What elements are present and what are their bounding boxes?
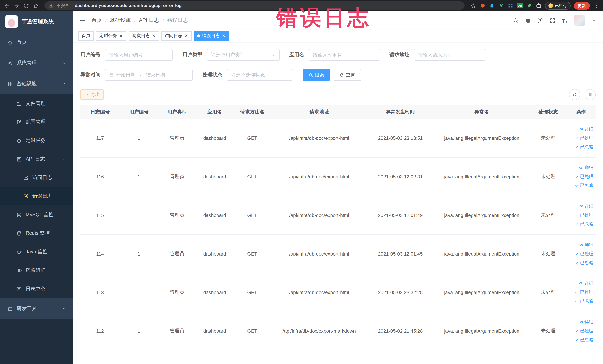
action-ignored[interactable]: 已忽略	[574, 182, 593, 188]
cell-time: 2021-05-02 23:32:28	[367, 273, 433, 312]
bookmark-star-icon[interactable]	[470, 2, 476, 9]
fullscreen-icon[interactable]	[549, 17, 556, 23]
browser-forward-icon[interactable]	[13, 2, 20, 9]
sidebar-item-log-center[interactable]: 日志中心	[0, 280, 73, 298]
extension-on-badge[interactable]: on	[517, 3, 523, 8]
action-ignored[interactable]: 已忽略	[574, 221, 593, 227]
sidebar-item-label: 基础设施	[17, 81, 58, 87]
sidebar-item-infra[interactable]: 基础设施	[0, 73, 73, 94]
action-processed[interactable]: 已处理	[574, 173, 593, 180]
address-bar[interactable]: 不安全 dashboard.yudao.iocoder.cn/infra/log…	[45, 1, 464, 10]
tab-job-log[interactable]: 调度日志	[129, 31, 159, 41]
paused-extension-badge[interactable]: 已暂停	[545, 2, 570, 10]
extension-drop-icon[interactable]	[489, 3, 495, 9]
check-icon	[574, 145, 579, 149]
browser-menu-icon[interactable]	[593, 2, 599, 9]
sidebar-item-label: 系统管理	[17, 60, 58, 66]
extension-grid-icon[interactable]	[507, 3, 513, 9]
action-ignored[interactable]: 已忽略	[574, 298, 593, 304]
search-icon[interactable]	[512, 17, 519, 23]
cell-app: dashboard	[196, 196, 233, 234]
action-detail[interactable]: 详细	[579, 319, 593, 325]
font-size-icon[interactable]: TT	[561, 17, 568, 23]
refresh-button[interactable]	[569, 89, 580, 100]
sidebar-item-label: API 日志	[26, 156, 58, 163]
sidebar-item-api-log[interactable]: API 日志	[0, 150, 73, 168]
sidebar-item-java[interactable]: Java 监控	[0, 243, 73, 261]
cell-user-id: 1	[120, 119, 158, 157]
breadcrumb-item[interactable]: API 日志	[139, 17, 159, 24]
cell-status: 未处理	[530, 157, 566, 196]
browser-update-button[interactable]: 更新	[574, 2, 590, 10]
cell-url: /api/infra/db-doc/export-markdown	[271, 312, 367, 350]
user-avatar[interactable]	[574, 15, 585, 26]
breadcrumb-item[interactable]: 基础设施	[110, 17, 131, 24]
tab-error-log[interactable]: 错误日志	[194, 31, 229, 41]
cell-user-id: 1	[120, 234, 158, 273]
process-status-select[interactable]: 请选择处理状态	[227, 69, 293, 81]
action-processed[interactable]: 已处理	[574, 135, 593, 141]
column-header-id: 日志编号	[81, 105, 120, 119]
action-processed[interactable]: 已处理	[574, 328, 593, 334]
reset-button[interactable]: 重置	[334, 69, 361, 81]
cell-app: dashboard	[196, 119, 233, 157]
action-detail[interactable]: 详细	[579, 280, 593, 286]
eye-icon	[16, 268, 22, 273]
tab-close-icon[interactable]	[152, 34, 156, 38]
action-ignored[interactable]: 已忽略	[574, 144, 593, 150]
cell-app: dashboard	[196, 273, 233, 312]
sidebar-item-error-log[interactable]: 错误日志	[0, 187, 73, 205]
app-logo[interactable]: 芋道管理系统	[0, 11, 73, 32]
action-processed[interactable]: 已处理	[574, 212, 593, 218]
extension-ball-icon[interactable]	[480, 3, 486, 9]
action-detail[interactable]: 详细	[579, 203, 593, 209]
search-button[interactable]: 搜索	[302, 69, 330, 81]
browser-home-icon[interactable]	[33, 2, 39, 9]
sidebar-item-home[interactable]: 首页	[0, 32, 73, 53]
sidebar-item-file[interactable]: 文件管理	[0, 94, 73, 113]
tab-job[interactable]: 定时任务	[96, 31, 127, 41]
user-id-input[interactable]	[105, 49, 173, 61]
sidebar-item-access-log[interactable]: 访问日志	[0, 168, 73, 187]
request-url-input[interactable]	[414, 49, 485, 61]
tab-close-icon[interactable]	[184, 34, 188, 38]
table-row: 1131管理员dashboardGET/api/infra/db-doc/exp…	[81, 273, 596, 312]
sidebar-item-label: 研发工具	[17, 305, 58, 312]
user-type-select[interactable]: 请选择用户类型	[207, 49, 279, 61]
sidebar-item-redis[interactable]: Redis 监控	[0, 224, 73, 243]
action-detail[interactable]: 详细	[579, 126, 593, 132]
hamburger-icon[interactable]	[79, 17, 86, 24]
github-icon[interactable]	[525, 17, 531, 23]
extension-puzzle-icon[interactable]	[535, 3, 542, 9]
action-processed[interactable]: 已处理	[574, 250, 593, 257]
exception-time-range[interactable]: 开始日期 - 结束日期	[105, 69, 193, 81]
sidebar-item-mysql[interactable]: MySQL 监控	[0, 205, 73, 224]
app-name-input[interactable]	[309, 49, 380, 61]
sidebar-item-system[interactable]: 系统管理	[0, 53, 73, 73]
extension-vue-icon[interactable]	[498, 3, 504, 9]
tab-home[interactable]: 首页	[78, 31, 94, 41]
avatar-caret-icon[interactable]	[591, 17, 597, 23]
browser-reload-icon[interactable]	[23, 2, 29, 9]
tab-close-icon[interactable]	[119, 34, 123, 38]
sidebar-item-job[interactable]: 定时任务	[0, 131, 73, 150]
extension-leaf-icon[interactable]	[526, 3, 532, 9]
action-ignored[interactable]: 已忽略	[574, 337, 593, 343]
tab-close-icon[interactable]	[222, 34, 226, 38]
cell-method: GET	[233, 312, 271, 350]
action-detail[interactable]: 详细	[579, 164, 593, 171]
sidebar-item-trace[interactable]: 链路追踪	[0, 261, 73, 280]
export-button[interactable]: 导出	[81, 89, 104, 100]
extensions-area: on	[480, 3, 542, 9]
browser-back-icon[interactable]	[4, 2, 10, 9]
sidebar-item-dev-tools[interactable]: 研发工具	[0, 298, 73, 319]
action-processed[interactable]: 已处理	[574, 289, 593, 295]
column-header-method: 请求方法名	[233, 105, 271, 119]
column-settings-button[interactable]	[584, 89, 596, 100]
action-detail[interactable]: 详细	[579, 242, 593, 248]
help-icon[interactable]: ?	[537, 17, 543, 23]
tab-access-log[interactable]: 访问日志	[161, 31, 192, 41]
sidebar-item-config[interactable]: 配置管理	[0, 113, 73, 131]
action-ignored[interactable]: 已忽略	[574, 259, 593, 266]
breadcrumb-item[interactable]: 首页	[92, 17, 102, 24]
